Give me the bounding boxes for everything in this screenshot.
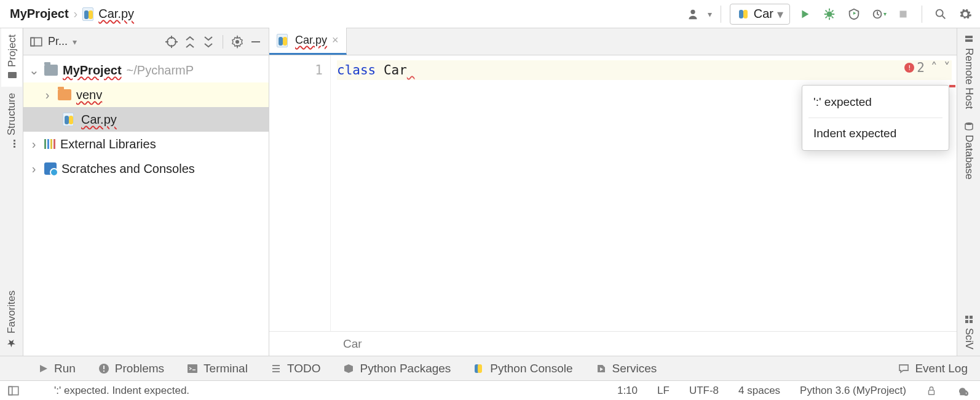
gear-icon[interactable]	[231, 35, 244, 49]
error-popup-item[interactable]: Indent expected	[802, 121, 949, 146]
hide-icon[interactable]	[249, 35, 263, 49]
error-popup-item[interactable]: ':' expected	[802, 89, 949, 115]
search-icon[interactable]	[931, 4, 950, 24]
debug-button[interactable]	[820, 4, 839, 24]
status-indent[interactable]: 4 spaces	[735, 385, 784, 397]
gear-icon[interactable]	[955, 4, 975, 24]
tree-root[interactable]: ⌄ MyProject ~/PycharmP	[23, 58, 269, 82]
project-panel-title[interactable]: Pr...	[48, 35, 68, 48]
project-tree[interactable]: ⌄ MyProject ~/PycharmP › venv Car.py › E…	[23, 55, 269, 356]
eventlog-tool[interactable]: Event Log	[898, 362, 968, 375]
breadcrumb-file[interactable]: Car.py	[82, 7, 134, 21]
python-icon	[737, 7, 750, 21]
code-line-1[interactable]: class Car	[337, 60, 952, 80]
tree-venv[interactable]: › venv	[23, 82, 269, 107]
run-with-button[interactable]: ▾	[869, 4, 888, 24]
library-icon	[44, 139, 55, 149]
identifier-car: Car	[384, 63, 407, 78]
lock-icon[interactable]	[922, 385, 941, 396]
toolbar: ▾ Car ▾ ▾	[683, 4, 975, 25]
run-config-select[interactable]: Car ▾	[730, 4, 790, 25]
favorites-tool-tab[interactable]: ★ Favorites	[2, 284, 22, 356]
user-icon[interactable]	[683, 4, 703, 24]
remote-host-tab[interactable]: Remote Host	[959, 28, 979, 115]
services-tool[interactable]: Services	[595, 362, 657, 375]
collapse-all-icon[interactable]	[202, 35, 215, 49]
breadcrumb[interactable]: MyProject › Car.py	[10, 7, 134, 21]
status-position[interactable]: 1:10	[614, 385, 641, 397]
folder-icon	[44, 65, 58, 76]
svg-point-3	[936, 9, 943, 16]
eventlog-tool-label: Event Log	[915, 362, 968, 375]
run-button[interactable]	[795, 4, 815, 24]
console-tool[interactable]: Python Console	[473, 362, 572, 375]
tree-venv-label: venv	[76, 88, 102, 102]
package-icon	[342, 362, 355, 375]
structure-tool-tab[interactable]: Structure	[2, 87, 22, 155]
editor-breadcrumb[interactable]: Car	[269, 331, 957, 356]
left-tool-strip: Project Structure ★ Favorites	[0, 28, 23, 356]
chevron-right-icon: ›	[71, 7, 81, 21]
project-panel-header: Pr... ▾	[23, 28, 269, 55]
python-file-icon	[63, 113, 76, 126]
editor-body[interactable]: 1 class Car ! 2 ˄ ˅ ':' expected	[269, 55, 957, 331]
project-view-icon[interactable]	[30, 35, 43, 49]
line-number: 1	[269, 60, 323, 80]
sciview-tab[interactable]: SciV	[959, 308, 979, 356]
project-tab-label: Project	[6, 34, 18, 67]
prev-error-icon[interactable]: ˄	[931, 60, 938, 75]
window-icon[interactable]	[7, 385, 20, 397]
todo-tool[interactable]: TODO	[270, 362, 321, 375]
code-area[interactable]: class Car ! 2 ˄ ˅ ':' expected Indent ex…	[331, 55, 957, 331]
expand-all-icon[interactable]	[183, 35, 197, 49]
tree-external-libs[interactable]: › External Libraries	[23, 132, 269, 156]
svg-rect-6	[14, 143, 15, 145]
star-icon: ★	[6, 337, 18, 350]
svg-rect-23	[9, 386, 18, 394]
problems-tool-label: Problems	[115, 362, 164, 375]
chevron-down-icon[interactable]: ▾	[708, 9, 712, 19]
keyword-class: class	[337, 63, 376, 78]
chevron-right-icon[interactable]: ›	[42, 88, 53, 102]
terminal-tool[interactable]: Terminal	[186, 362, 248, 375]
ide-status-icon[interactable]	[953, 385, 973, 396]
favorites-tab-label: Favorites	[6, 290, 18, 334]
editor-breadcrumb-class[interactable]: Car	[343, 337, 362, 351]
run-tool-label: Run	[54, 362, 76, 375]
chevron-down-icon[interactable]: ▾	[73, 37, 77, 47]
stop-button[interactable]	[893, 4, 913, 24]
run-config-label: Car	[754, 7, 773, 21]
inspection-widget[interactable]: ! 2 ˄ ˅	[904, 60, 950, 75]
problems-tool[interactable]: Problems	[98, 362, 164, 375]
chevron-right-icon[interactable]: ›	[28, 137, 39, 151]
structure-tab-label: Structure	[6, 93, 18, 135]
list-icon	[270, 362, 282, 375]
run-tool[interactable]: Run	[37, 362, 76, 375]
close-icon[interactable]: ×	[332, 34, 339, 47]
tree-car-file[interactable]: Car.py	[23, 107, 269, 132]
svg-rect-15	[965, 316, 968, 319]
remote-host-label: Remote Host	[963, 48, 975, 109]
packages-tool[interactable]: Python Packages	[342, 362, 451, 375]
divider	[808, 118, 942, 118]
editor-tab-car[interactable]: Car.py ×	[269, 28, 347, 55]
chevron-right-icon[interactable]: ›	[28, 162, 39, 176]
breadcrumb-project[interactable]: MyProject	[10, 7, 69, 21]
error-stripe[interactable]	[949, 85, 955, 87]
project-tool-tab[interactable]: Project	[1, 28, 22, 87]
tree-scratches[interactable]: › Scratches and Consoles	[23, 156, 269, 181]
database-tab[interactable]: Database	[959, 115, 979, 186]
grid-icon	[964, 314, 974, 324]
status-encoding[interactable]: UTF-8	[686, 385, 722, 397]
chevron-down-icon[interactable]: ⌄	[28, 63, 39, 78]
error-count-badge[interactable]: ! 2	[904, 60, 925, 75]
status-interpreter[interactable]: Python 3.6 (MyProject)	[796, 385, 910, 397]
tree-root-label: MyProject	[63, 63, 122, 78]
status-eol[interactable]: LF	[654, 385, 673, 397]
terminal-tool-label: Terminal	[204, 362, 248, 375]
next-error-icon[interactable]: ˅	[944, 60, 950, 75]
svg-point-10	[167, 38, 176, 46]
coverage-button[interactable]	[844, 4, 864, 24]
tree-file-label: Car.py	[81, 113, 117, 127]
locate-icon[interactable]	[165, 35, 178, 49]
